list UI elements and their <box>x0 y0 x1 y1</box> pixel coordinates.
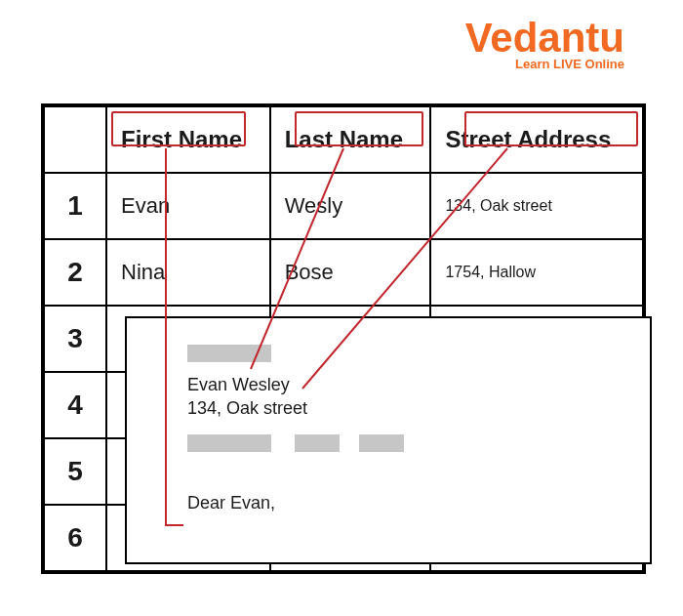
row-number: 6 <box>44 505 106 571</box>
logo-text: Vedantu <box>465 18 624 59</box>
placeholder-bar <box>187 345 271 362</box>
header-first-name: First Name <box>106 106 270 173</box>
header-street-address: Street Address <box>430 106 643 173</box>
cell-last: Wesly <box>270 173 431 239</box>
placeholder-bar <box>187 434 271 452</box>
cell-street: 1754, Hallow <box>430 239 643 306</box>
row-number: 2 <box>44 239 106 306</box>
row-number: 1 <box>44 173 106 239</box>
vedantu-logo: Vedantu Learn LIVE Online <box>465 18 624 71</box>
table-row: 1 Evan Wesly 134, Oak street <box>44 173 643 239</box>
table-row: 2 Nina Bose 1754, Hallow <box>44 239 643 306</box>
cell-first: Evan <box>106 173 270 239</box>
envelope-greeting: Dear Evan, <box>187 492 650 514</box>
envelope-address: 134, Oak street <box>187 397 650 420</box>
header-last-name: Last Name <box>270 106 431 173</box>
row-number: 3 <box>44 306 106 372</box>
row-number: 5 <box>44 438 106 505</box>
cell-street: 134, Oak street <box>430 173 643 239</box>
table-header-row: First Name Last Name Street Address <box>44 106 643 173</box>
envelope-name: Evan Wesley <box>187 374 650 396</box>
envelope-preview: Evan Wesley 134, Oak street Dear Evan, <box>125 316 652 564</box>
placeholder-bar <box>295 434 340 452</box>
cell-last: Bose <box>270 239 431 306</box>
cell-first: Nina <box>106 239 270 306</box>
row-number: 4 <box>44 372 106 438</box>
placeholder-bar <box>359 434 404 452</box>
